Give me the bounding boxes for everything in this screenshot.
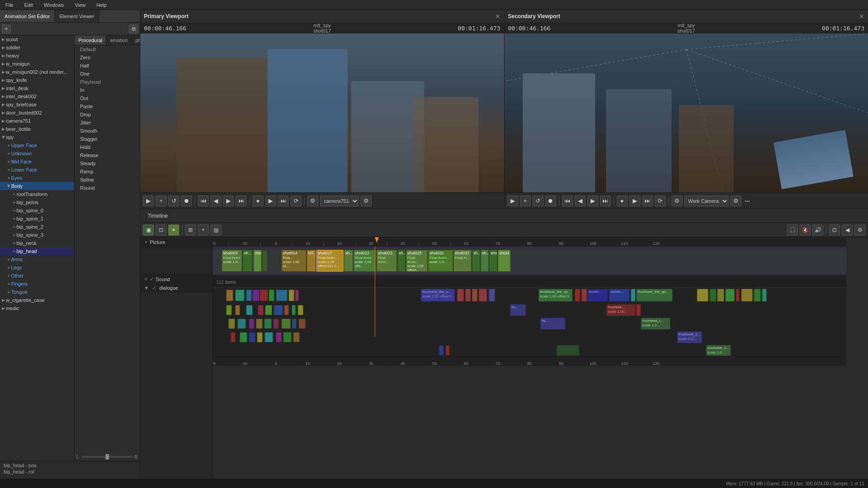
tree-item-bip-spine-0[interactable]: +bip_spine_0 bbox=[0, 206, 74, 215]
sclip-3[interactable] bbox=[246, 290, 252, 301]
proc-one[interactable]: One bbox=[75, 70, 140, 78]
sound-track-5[interactable]: #vo/meet_1... scale 1.0... bbox=[213, 344, 846, 357]
sclip-green1[interactable] bbox=[710, 289, 716, 301]
tl-select-btn[interactable]: ▣ bbox=[143, 225, 154, 235]
clip-shot023[interactable]: shot023 Final Anim... bbox=[377, 250, 397, 272]
proc-jitter[interactable]: Jitter bbox=[75, 119, 140, 127]
proc-stagger[interactable]: Stagger bbox=[75, 135, 140, 143]
sclip-green3[interactable] bbox=[754, 289, 761, 301]
sclip3-2[interactable] bbox=[238, 319, 246, 329]
tree-item-intel-desk[interactable]: ▶intel_desk bbox=[0, 84, 74, 92]
sclip-voym2[interactable]: #vo/m... bbox=[609, 289, 630, 301]
sclip4-red1[interactable] bbox=[231, 332, 235, 342]
sclip-vo-sp[interactable]: #vo/meet_the_sp... scale 1.00 offset 0 bbox=[539, 289, 572, 301]
next-frame-primary[interactable]: ⏭ bbox=[236, 196, 247, 206]
clip-sh4[interactable]: sh... bbox=[472, 250, 480, 272]
sclip-2[interactable] bbox=[235, 290, 244, 301]
proc-ramp[interactable]: Ramp bbox=[75, 167, 140, 176]
sclip-6[interactable] bbox=[269, 290, 274, 301]
proc-out[interactable]: Out bbox=[75, 94, 140, 102]
tree-item-upper-face[interactable]: +Upper Face bbox=[0, 141, 74, 149]
step-fwd-secondary[interactable]: ▶ bbox=[587, 196, 598, 206]
sclip-red2[interactable] bbox=[582, 289, 587, 301]
sclip5-vomeet2[interactable]: #vo/meet_1... scale 1.0... bbox=[706, 345, 731, 356]
tree-item-roottransform[interactable]: +rootTransform bbox=[0, 190, 74, 198]
sclip-voym1[interactable]: #vo/m... bbox=[587, 289, 608, 301]
record-btn-primary[interactable]: ⏺ bbox=[181, 196, 192, 206]
tl-anim-btn[interactable]: ▤ bbox=[210, 225, 221, 235]
sclip2-vomee[interactable]: #vo/mee... scale 1.00... bbox=[606, 304, 636, 316]
play2-primary[interactable]: ▶ bbox=[265, 196, 276, 206]
sclip2-4[interactable] bbox=[258, 305, 263, 315]
secondary-viewport-close[interactable]: ✕ bbox=[859, 13, 864, 20]
tree-item-bip-spine-2[interactable]: +bip_spine_2 bbox=[0, 223, 74, 231]
tree-item-eyes[interactable]: +Eyes bbox=[0, 174, 74, 182]
sclip-vo6[interactable] bbox=[489, 289, 495, 301]
menu-help[interactable]: Help bbox=[95, 1, 109, 9]
tl-headphones-btn[interactable]: 🎧 bbox=[787, 225, 798, 235]
sclip3-3[interactable] bbox=[249, 319, 254, 329]
tl-trim-btn[interactable]: ⊡ bbox=[156, 225, 167, 235]
clip-shot4[interactable]: shot4 bbox=[498, 250, 510, 272]
transform-item-rot[interactable]: bip_head - rot bbox=[2, 469, 138, 475]
sclip3-8[interactable] bbox=[292, 319, 296, 329]
tree-item-cigarette-case[interactable]: ▶w_cigarette_case bbox=[0, 296, 74, 304]
tree-item-spy-briefcase[interactable]: ▶spy_briefcase bbox=[0, 100, 74, 109]
sclip3-vomeet1[interactable]: #vo/meet_t... scale 1.0... bbox=[641, 318, 670, 330]
loop2-primary[interactable]: ⟳ bbox=[291, 196, 301, 206]
tree-item-spy[interactable]: ▶spy bbox=[0, 133, 74, 141]
sclip2-8[interactable] bbox=[292, 305, 296, 315]
camera-select-secondary[interactable]: Work Camera bbox=[684, 196, 729, 206]
sclip-vo5[interactable] bbox=[479, 289, 487, 301]
proc-paste[interactable]: Paste bbox=[75, 102, 140, 110]
tree-item-medic[interactable]: ▶medic bbox=[0, 304, 74, 312]
tree-item-soldier[interactable]: ▶soldier bbox=[0, 43, 74, 52]
sclip4-cyan1[interactable] bbox=[265, 332, 273, 342]
step-fwd-primary[interactable]: ▶ bbox=[223, 196, 234, 206]
slider-track[interactable] bbox=[82, 456, 133, 458]
sclip-cyan2[interactable] bbox=[762, 289, 767, 301]
picture-track[interactable]: shot003 Final Anim scale 1.0... sh... sh… bbox=[213, 246, 846, 276]
end-primary[interactable]: ⏭ bbox=[278, 196, 289, 206]
sclip-yellow3[interactable] bbox=[741, 289, 753, 301]
add-button[interactable]: + bbox=[2, 24, 11, 33]
next-frame-secondary[interactable]: ⏭ bbox=[600, 196, 611, 206]
sclip5-blue1[interactable] bbox=[439, 345, 444, 355]
sound-track-4[interactable]: #vo/meet_1... scale 1.0... bbox=[213, 330, 846, 344]
sclip-yellow2[interactable] bbox=[717, 289, 724, 301]
sclip4-6[interactable] bbox=[283, 332, 291, 342]
camera-settings-secondary[interactable]: ⚙ bbox=[730, 196, 741, 206]
sclip2-5[interactable] bbox=[265, 305, 272, 315]
tree-item-lower-face[interactable]: +Lower Face bbox=[0, 166, 74, 174]
sclip3-1[interactable] bbox=[229, 319, 235, 329]
prev-frame-primary[interactable]: ⏮ bbox=[198, 196, 209, 206]
sclip-1[interactable] bbox=[226, 290, 233, 301]
sclip2-vo[interactable]: #v... bbox=[510, 304, 526, 316]
tree-item-door-busted[interactable]: ▶door_busted002 bbox=[0, 109, 74, 117]
tl-solo-btn[interactable]: 🔊 bbox=[812, 225, 823, 235]
clip-shot022[interactable]: shot022 Final Anim scale 1.00 offs... bbox=[353, 250, 376, 272]
add-btn-primary[interactable]: + bbox=[156, 196, 167, 206]
secondary-viewport-canvas[interactable] bbox=[505, 33, 868, 192]
loop-btn-secondary[interactable]: ↺ bbox=[533, 196, 544, 206]
tree-item-fingers[interactable]: +Fingers bbox=[0, 280, 74, 288]
sclip4-vomeet1[interactable]: #vo/meet_1... scale 1.0... bbox=[677, 331, 702, 343]
tree-item-arms[interactable]: +Arms bbox=[0, 255, 74, 263]
add-btn-secondary[interactable]: + bbox=[520, 196, 531, 206]
clip-sh2[interactable]: sh... bbox=[344, 250, 353, 272]
sclip2-9[interactable] bbox=[298, 305, 303, 315]
proc-in[interactable]: In bbox=[75, 86, 140, 94]
tree-item-scout[interactable]: ▶scout bbox=[0, 35, 74, 43]
step-back-secondary[interactable]: ◀ bbox=[575, 196, 586, 206]
play-btn-primary[interactable]: ▶ bbox=[143, 196, 154, 206]
sclip-red1[interactable] bbox=[575, 289, 580, 301]
sclip-8[interactable] bbox=[289, 290, 294, 301]
end-secondary[interactable]: ⏭ bbox=[642, 196, 653, 206]
loop2-secondary[interactable]: ⟳ bbox=[655, 196, 666, 206]
sclip3-6[interactable] bbox=[273, 319, 279, 329]
proc-release[interactable]: Release bbox=[75, 151, 140, 159]
proc-smooth[interactable]: Smooth bbox=[75, 127, 140, 135]
sclip2-6[interactable] bbox=[274, 305, 283, 315]
tab-animation-set-editor[interactable]: Animation Set Editor bbox=[0, 10, 55, 22]
sclip-vomeet-sp[interactable]: #vo/meet_the_sp... bbox=[636, 289, 672, 301]
